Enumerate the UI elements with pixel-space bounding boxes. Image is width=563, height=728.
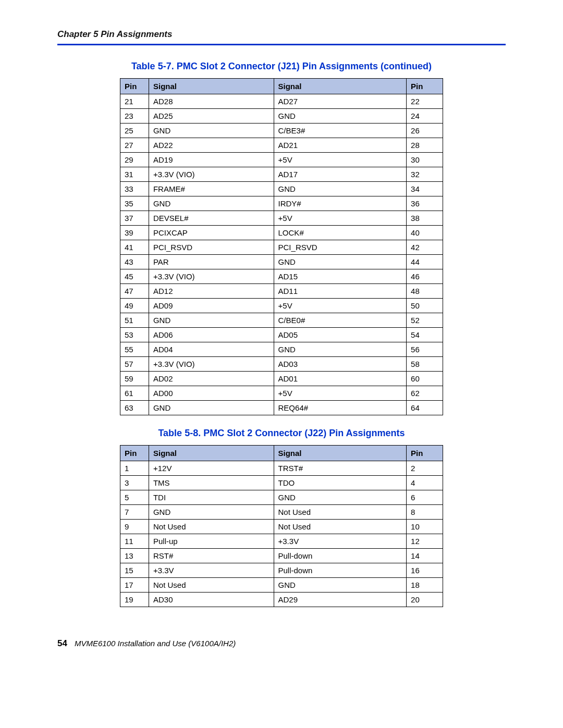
table-cell: 37 <box>120 211 149 226</box>
table-cell: 10 <box>407 520 443 534</box>
table-cell: GND <box>149 196 274 211</box>
table-cell: LOCK# <box>274 226 407 240</box>
table-cell: Pull-down <box>274 549 407 563</box>
table-cell: GND <box>274 578 407 593</box>
table-cell: AD22 <box>149 138 274 153</box>
table-cell: 62 <box>407 386 443 401</box>
table-cell: PCI_RSVD <box>149 240 274 255</box>
table-cell: AD15 <box>274 269 407 284</box>
table-cell: TDI <box>149 490 274 505</box>
table-cell: 32 <box>407 167 443 182</box>
col-signal-right: Signal <box>274 446 407 461</box>
table-row: 47AD12AD1148 <box>120 284 443 299</box>
table-cell: GND <box>149 505 274 520</box>
col-pin-right: Pin <box>407 446 443 461</box>
table-cell: GND <box>274 342 407 357</box>
table-cell: 15 <box>120 563 149 578</box>
table-cell: +12V <box>149 461 274 476</box>
table-row: 39PCIXCAPLOCK#40 <box>120 226 443 240</box>
table-cell: 31 <box>120 167 149 182</box>
table-cell: +5V <box>274 153 407 167</box>
table-cell: 26 <box>407 124 443 138</box>
table-cell: 7 <box>120 505 149 520</box>
table-cell: PCIXCAP <box>149 226 274 240</box>
table-5-8-title: Table 5-8. PMC Slot 2 Connector (J22) Pi… <box>57 428 506 439</box>
table-cell: 33 <box>120 182 149 196</box>
table-row: 3TMSTDO4 <box>120 476 443 490</box>
table-cell: 6 <box>407 490 443 505</box>
table-row: 61AD00+5V62 <box>120 386 443 401</box>
col-signal-right: Signal <box>274 79 407 94</box>
table-cell: AD05 <box>274 328 407 342</box>
table-cell: 55 <box>120 342 149 357</box>
table-cell: 60 <box>407 372 443 386</box>
table-row: 9Not UsedNot Used10 <box>120 520 443 534</box>
table-cell: TDO <box>274 476 407 490</box>
table-cell: AD17 <box>274 167 407 182</box>
table-cell: 11 <box>120 534 149 549</box>
table-row: 7GNDNot Used8 <box>120 505 443 520</box>
table-row: 57+3.3V (VIO)AD0358 <box>120 357 443 372</box>
table-cell: 25 <box>120 124 149 138</box>
table-cell: 12 <box>407 534 443 549</box>
table-cell: 56 <box>407 342 443 357</box>
table-cell: AD00 <box>149 386 274 401</box>
table-cell: 64 <box>407 401 443 415</box>
table-cell: 44 <box>407 255 443 269</box>
table-cell: 43 <box>120 255 149 269</box>
col-pin-left: Pin <box>120 446 149 461</box>
table-row: 53AD06AD0554 <box>120 328 443 342</box>
table-cell: Not Used <box>274 520 407 534</box>
table-row: 25GNDC/BE3#26 <box>120 124 443 138</box>
table-cell: GND <box>274 182 407 196</box>
table-cell: AD19 <box>149 153 274 167</box>
table-5-8: Pin Signal Signal Pin 1+12VTRST#23TMSTDO… <box>120 445 443 607</box>
table-cell: 48 <box>407 284 443 299</box>
page-footer: 54 MVME6100 Installation and Use (V6100A… <box>57 633 506 649</box>
table-cell: +3.3V <box>149 563 274 578</box>
table-cell: 40 <box>407 226 443 240</box>
table-cell: AD21 <box>274 138 407 153</box>
table-cell: GND <box>274 490 407 505</box>
table-cell: 45 <box>120 269 149 284</box>
table-5-7: Pin Signal Signal Pin 21AD28AD272223AD25… <box>120 78 443 415</box>
table-row: 45+3.3V (VIO)AD1546 <box>120 269 443 284</box>
col-signal-left: Signal <box>149 79 274 94</box>
table-cell: +5V <box>274 211 407 226</box>
table-cell: Pull-up <box>149 534 274 549</box>
table-cell: 2 <box>407 461 443 476</box>
table-row: 37DEVSEL#+5V38 <box>120 211 443 226</box>
table-cell: 57 <box>120 357 149 372</box>
table-row: 17Not UsedGND18 <box>120 578 443 593</box>
table-row: 35GNDIRDY#36 <box>120 196 443 211</box>
table-row: 33FRAME#GND34 <box>120 182 443 196</box>
table-row: 51GNDC/BE0#52 <box>120 313 443 328</box>
table-cell: AD27 <box>274 94 407 109</box>
table-cell: 16 <box>407 563 443 578</box>
table-cell: DEVSEL# <box>149 211 274 226</box>
table-cell: GND <box>149 401 274 415</box>
table-cell: AD01 <box>274 372 407 386</box>
table-cell: AD29 <box>274 593 407 607</box>
table-cell: 38 <box>407 211 443 226</box>
page-number: 54 <box>57 638 67 649</box>
table-row: 11Pull-up+3.3V12 <box>120 534 443 549</box>
table-cell: +3.3V (VIO) <box>149 357 274 372</box>
table-cell: 36 <box>407 196 443 211</box>
table-cell: AD28 <box>149 94 274 109</box>
table-row: 19AD30AD2920 <box>120 593 443 607</box>
table-cell: 13 <box>120 549 149 563</box>
table-cell: 52 <box>407 313 443 328</box>
chapter-header: Chapter 5 Pin Assignments <box>57 29 506 45</box>
table-cell: 22 <box>407 94 443 109</box>
table-cell: 9 <box>120 520 149 534</box>
col-pin-right: Pin <box>407 79 443 94</box>
table-cell: 63 <box>120 401 149 415</box>
table-cell: 21 <box>120 94 149 109</box>
table-row: 13RST#Pull-down14 <box>120 549 443 563</box>
table-row: 41PCI_RSVDPCI_RSVD42 <box>120 240 443 255</box>
table-cell: RST# <box>149 549 274 563</box>
table-cell: 8 <box>407 505 443 520</box>
table-cell: Not Used <box>149 578 274 593</box>
table-cell: GND <box>274 109 407 124</box>
